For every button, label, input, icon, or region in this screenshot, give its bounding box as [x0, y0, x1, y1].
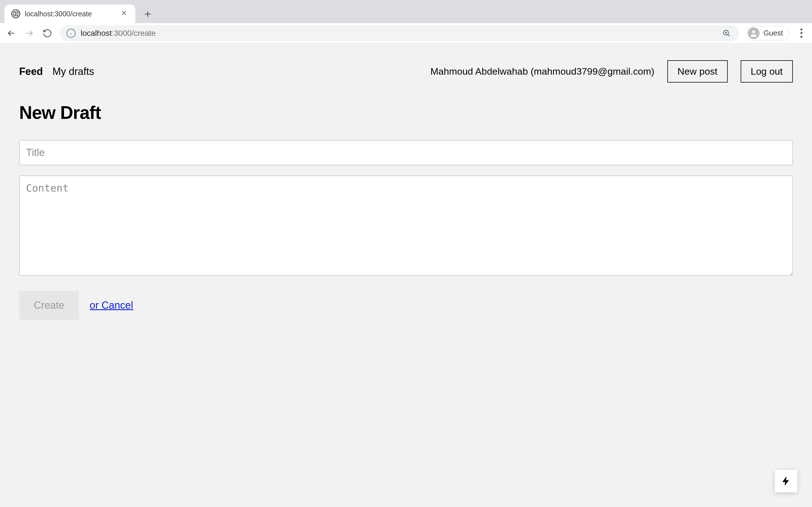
- globe-icon: [11, 9, 20, 18]
- browser-menu-button[interactable]: [796, 29, 806, 38]
- browser-tab-strip: localhost:3000/create: [0, 0, 812, 23]
- new-tab-button[interactable]: [140, 6, 156, 22]
- browser-toolbar: localhost:3000/create Guest: [0, 23, 812, 43]
- log-out-button[interactable]: Log out: [741, 60, 793, 82]
- main-content: New Draft Create or Cancel: [0, 94, 812, 328]
- cancel-link[interactable]: or Cancel: [90, 299, 133, 311]
- zoom-icon[interactable]: [721, 27, 732, 39]
- address-bar[interactable]: localhost:3000/create: [60, 25, 739, 41]
- nav-feed[interactable]: Feed: [19, 66, 43, 77]
- user-info: Mahmoud Abdelwahab (mahmoud3799@gmail.co…: [430, 66, 654, 77]
- site-info-icon[interactable]: [66, 29, 75, 38]
- tab-title: localhost:3000/create: [25, 10, 115, 18]
- avatar-icon: [748, 27, 760, 39]
- content-textarea[interactable]: [19, 175, 793, 276]
- page-root: Feed My drafts Mahmoud Abdelwahab (mahmo…: [0, 43, 812, 328]
- profile-label: Guest: [763, 29, 783, 38]
- url-host: localhost:3000/create: [81, 29, 156, 38]
- reload-button[interactable]: [42, 27, 53, 39]
- app-navbar: Feed My drafts Mahmoud Abdelwahab (mahmo…: [0, 43, 812, 94]
- back-button[interactable]: [6, 27, 17, 39]
- create-button[interactable]: Create: [19, 291, 79, 320]
- dev-indicator-button[interactable]: [775, 470, 797, 492]
- page-title: New Draft: [19, 102, 793, 123]
- browser-tab[interactable]: localhost:3000/create: [4, 4, 135, 23]
- new-post-button[interactable]: New post: [667, 60, 728, 82]
- close-tab-icon[interactable]: [119, 8, 129, 19]
- svg-point-2: [752, 31, 755, 33]
- title-input[interactable]: [19, 140, 793, 165]
- forward-button[interactable]: [24, 27, 35, 39]
- nav-my-drafts[interactable]: My drafts: [52, 66, 94, 77]
- form-actions: Create or Cancel: [19, 291, 793, 320]
- profile-chip[interactable]: Guest: [746, 26, 790, 41]
